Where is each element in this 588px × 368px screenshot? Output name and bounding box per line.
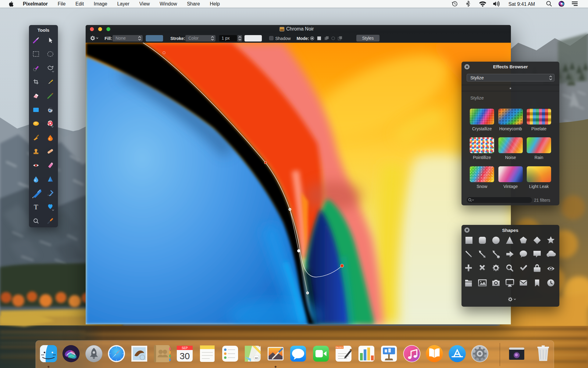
- svg-text:3D: 3D: [255, 356, 258, 360]
- svg-text:SEP: SEP: [182, 346, 188, 350]
- svg-text:Shapes: Shapes: [502, 228, 518, 233]
- svg-text:T: T: [34, 203, 38, 211]
- svg-text:PAGES: PAGES: [336, 346, 343, 348]
- svg-text:Tools: Tools: [37, 27, 49, 33]
- svg-text:Sat 9:41 AM: Sat 9:41 AM: [508, 2, 535, 7]
- svg-text:30: 30: [180, 351, 190, 361]
